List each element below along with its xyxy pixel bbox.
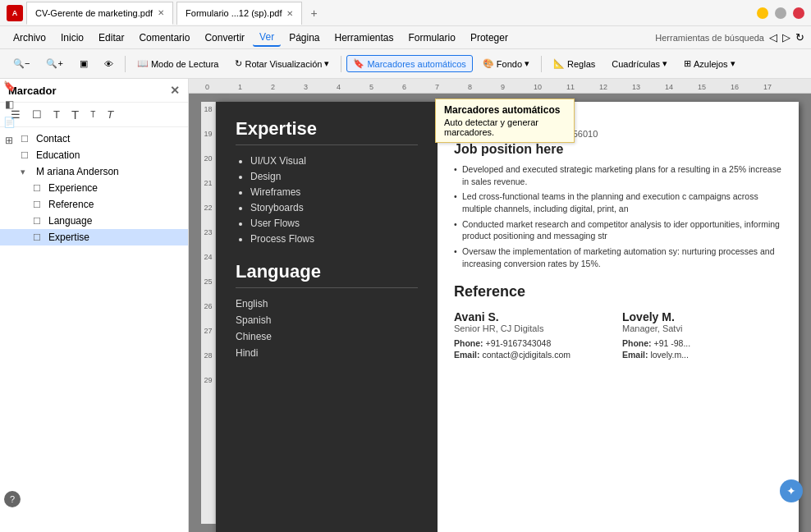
ruler-mark-17: 17 [763, 83, 796, 91]
panel-pages-icon[interactable]: 📄 [2, 115, 16, 130]
ruler-mark-8: 8 [468, 83, 501, 91]
ref-phone-0: Phone: +91-9167343048 [454, 338, 614, 348]
tree-icon-contact: ☐ [21, 134, 32, 144]
rotate-chevron-icon: ▾ [324, 58, 329, 69]
pdf-left-panel: Expertise UI/UX Visual Design Wireframes… [216, 102, 438, 532]
nav-back-icon[interactable]: ◁ [769, 31, 777, 44]
select-tool-button[interactable]: ▣ [73, 55, 94, 72]
menu-pagina[interactable]: Página [282, 30, 326, 46]
vruler-20: 20 [204, 154, 212, 179]
title-bar: A CV-Gerente de marketing.pdf ✕ Formular… [0, 0, 811, 26]
view-tool-button[interactable]: 👁 [98, 56, 120, 72]
zoom-in-icon: 🔍+ [46, 58, 62, 69]
cuadriculas-label: Cuadrículas [612, 59, 660, 69]
ref-role-1: Manager, Satvi [622, 323, 782, 333]
zoom-out-button[interactable]: 🔍− [7, 55, 36, 72]
expertise-item-2: Wireframes [250, 186, 418, 198]
nav-refresh-icon[interactable]: ↻ [795, 31, 804, 44]
menu-ver[interactable]: Ver [253, 29, 281, 47]
menu-archivo[interactable]: Archivo [7, 30, 53, 46]
panel-layers2-icon[interactable]: ⊞ [2, 133, 16, 148]
tree-item-reference[interactable]: ☐ Reference [0, 196, 188, 213]
ref-email-label-1: Email: [622, 350, 648, 360]
tree-label-education: Education [36, 149, 80, 161]
lang-item-0: English [236, 298, 418, 310]
ref-email-val-1: lovely.m... [650, 350, 688, 360]
tree-item-mariana[interactable]: ▾ M ariana Anderson [0, 163, 188, 180]
new-tab-button[interactable]: + [305, 7, 322, 20]
app-icon: A [7, 5, 23, 21]
menu-inicio[interactable]: Inicio [54, 30, 90, 46]
ref-phone-val-1: +91 -98... [654, 338, 691, 348]
tree-icon-reference: ☐ [33, 200, 44, 210]
sidebar-tree: ☐ Contact ☐ Education ▾ M ariana Anderso… [0, 127, 188, 532]
tree-item-education[interactable]: ☐ Education [0, 147, 188, 163]
azulejos-chevron-icon: ▾ [731, 58, 735, 69]
tree-label-experience: Experience [48, 182, 98, 194]
minimize-button[interactable] [757, 7, 768, 19]
sidebar-tool-font-i[interactable]: T [103, 107, 117, 122]
close-button[interactable] [793, 7, 804, 19]
tab-2-close[interactable]: ✕ [286, 9, 293, 18]
tree-icon-language: ☐ [33, 216, 44, 227]
tree-item-language[interactable]: ☐ Language [0, 213, 188, 229]
menu-convertir[interactable]: Convertir [198, 30, 251, 46]
sidebar-tool-font-small[interactable]: T [86, 108, 99, 121]
sidebar-toolbar: ☰ ☐ T T T T [0, 103, 188, 127]
lang-item-1: Spanish [236, 314, 418, 326]
menu-herramientas[interactable]: Herramientas [328, 30, 401, 46]
tree-item-experience[interactable]: ☐ Experience [0, 180, 188, 196]
rotate-label: Rotar Visualización [245, 59, 322, 69]
pdf-scroll-area[interactable]: 18 19 20 21 22 23 24 25 26 27 28 29 Expe… [189, 94, 811, 532]
rotate-button[interactable]: ↻ Rotar Visualización ▾ [228, 55, 336, 72]
help-button[interactable]: ? [4, 491, 21, 507]
ruler-mark-15: 15 [698, 83, 731, 91]
tab-1-close[interactable]: ✕ [158, 8, 164, 17]
ref-email-val-0: contact@cjdigitals.com [482, 350, 570, 360]
cuadriculas-button[interactable]: Cuadrículas ▾ [605, 55, 674, 72]
ruler-mark-4: 4 [337, 83, 369, 91]
panel-bookmarks-icon[interactable]: 🔖 [2, 79, 16, 94]
bookmarks-auto-button[interactable]: 🔖 Marcadores automáticos [346, 55, 472, 72]
azulejos-button[interactable]: ⊞ Azulejos ▾ [677, 55, 742, 72]
ruler-mark-2: 2 [271, 83, 304, 91]
panel-layers-icon[interactable]: ◧ [2, 97, 16, 112]
tree-icon-expertise: ☐ [33, 232, 44, 243]
ref-email-label-0: Email: [454, 350, 480, 360]
expertise-item-5: Process Flows [250, 233, 418, 245]
menu-proteger[interactable]: Proteger [464, 30, 515, 46]
nav-forward-icon[interactable]: ▷ [782, 31, 790, 44]
content-area: 0 1 2 3 4 5 6 7 8 9 10 11 12 13 14 15 16… [189, 79, 811, 532]
expertise-title: Expertise [236, 118, 418, 145]
tree-label-expertise: Expertise [48, 232, 89, 243]
menu-editar[interactable]: Editar [92, 30, 131, 46]
job-bullet-3: Oversaw the implementation of marketing … [454, 245, 782, 269]
ref-phone-label-1: Phone: [622, 338, 652, 348]
sidebar-tool-bookmark[interactable]: ☐ [28, 107, 46, 122]
bookmarks-label: Marcadores automáticos [367, 59, 465, 69]
main-area: Marcador ✕ ☰ ☐ T T T T ☐ Contact ☐ Educa… [0, 79, 811, 532]
menu-comentario[interactable]: Comentario [132, 30, 196, 46]
tree-item-expertise[interactable]: ☐ Expertise [0, 229, 188, 245]
tree-item-contact[interactable]: ☐ Contact [0, 131, 188, 147]
sidebar-tool-font-large[interactable]: T [67, 106, 83, 123]
pdf-right-panel: 2015 - 2018 SatvicFoods | 4SVNagar, IL-4… [438, 102, 799, 532]
job-bullet-1: Led cross-functional teams in the planni… [454, 190, 782, 214]
sidebar-close-button[interactable]: ✕ [170, 84, 180, 97]
watermark-icon[interactable]: ✦ [780, 479, 803, 502]
fondo-button[interactable]: 🎨 Fondo ▾ [476, 55, 536, 72]
tab-2[interactable]: Formulario ...12 (sp).pdf ✕ [176, 2, 302, 25]
reading-mode-button[interactable]: 📖 Modo de Lectura [131, 55, 226, 72]
vruler-22: 22 [204, 204, 212, 228]
tree-icon-education: ☐ [21, 150, 32, 161]
menu-formulario[interactable]: Formulario [402, 30, 462, 46]
reglas-button[interactable]: 📐 Reglas [547, 55, 602, 72]
ref-phone-val-0: +91-9167343048 [486, 338, 552, 348]
maximize-button[interactable] [775, 7, 786, 19]
reglas-label: Reglas [567, 59, 595, 69]
tab-1[interactable]: CV-Gerente de marketing.pdf ✕ [26, 2, 173, 25]
ruler-mark-16: 16 [731, 83, 763, 91]
zoom-in-button[interactable]: 🔍+ [39, 55, 69, 72]
vruler-28: 28 [204, 351, 212, 376]
sidebar-tool-text[interactable]: T [49, 107, 64, 122]
